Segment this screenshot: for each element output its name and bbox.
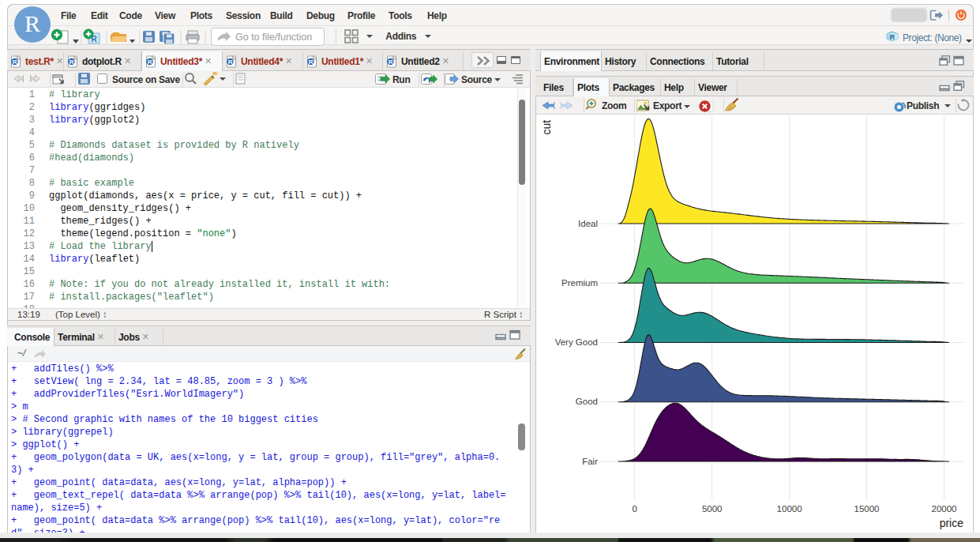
svg-text:cut: cut (540, 120, 553, 135)
svg-text:R: R (13, 58, 17, 66)
svg-text:R: R (309, 58, 314, 66)
svg-text:Premium: Premium (561, 278, 598, 288)
svg-text:Very Good: Very Good (555, 337, 598, 347)
svg-text:5000: 5000 (702, 504, 723, 514)
svg-text:Ideal: Ideal (578, 219, 598, 228)
svg-text:R: R (24, 10, 40, 36)
svg-text:R: R (228, 58, 233, 66)
svg-text:R: R (69, 58, 74, 66)
svg-text:price: price (940, 517, 964, 529)
svg-text:Fair: Fair (582, 457, 598, 466)
svg-text:10000: 10000 (777, 504, 802, 514)
svg-text:0: 0 (632, 504, 636, 514)
svg-text:20000: 20000 (932, 504, 957, 514)
svg-text:R: R (890, 33, 896, 41)
svg-text:Good: Good (576, 397, 598, 406)
svg-text:R: R (148, 58, 152, 66)
svg-text:15000: 15000 (854, 504, 880, 514)
svg-text:R: R (389, 58, 393, 66)
